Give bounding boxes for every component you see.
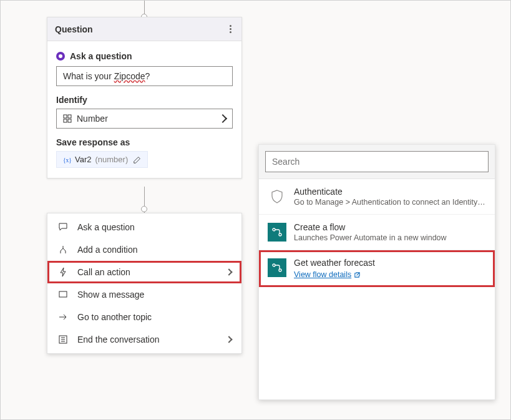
lightning-icon xyxy=(57,267,69,277)
flyout-item-get-weather[interactable]: Get weather forecast View flow details xyxy=(259,250,495,287)
action-flyout: Authenticate Go to Manage > Authenticati… xyxy=(258,144,495,400)
svg-rect-0 xyxy=(64,115,67,118)
identify-select[interactable]: Number xyxy=(56,109,233,129)
more-options-button[interactable] xyxy=(227,22,234,36)
menu-item-label: Go to another topic xyxy=(77,312,231,322)
chevron-right-icon xyxy=(218,114,227,123)
chat-icon xyxy=(57,222,69,232)
flyout-item-create-flow[interactable]: Create a flow Launches Power Automate in… xyxy=(259,215,495,250)
node-header: Question xyxy=(47,17,241,41)
svg-rect-3 xyxy=(68,119,71,122)
search-wrap xyxy=(259,145,495,179)
message-icon xyxy=(57,290,69,300)
ask-question-text: Ask a question xyxy=(70,51,132,61)
node-title: Question xyxy=(55,24,93,34)
svg-rect-5 xyxy=(59,291,67,297)
ask-question-label: Ask a question xyxy=(56,51,233,61)
chevron-right-icon xyxy=(225,336,232,343)
flow-icon xyxy=(268,258,286,277)
flyout-item-authenticate[interactable]: Authenticate Go to Manage > Authenticati… xyxy=(259,179,495,215)
edit-variable-icon[interactable] xyxy=(133,155,142,164)
svg-point-12 xyxy=(273,264,275,266)
add-node-menu: Ask a question Add a condition Call an a… xyxy=(47,213,242,354)
identify-value: Number xyxy=(77,114,108,124)
redirect-icon xyxy=(57,312,69,322)
question-zip-word: Zipcode xyxy=(114,71,145,81)
view-flow-details-link[interactable]: View flow details xyxy=(294,270,361,279)
svg-point-11 xyxy=(279,233,281,236)
chevron-right-icon xyxy=(225,268,232,275)
menu-item-goto-topic[interactable]: Go to another topic xyxy=(47,306,241,328)
menu-item-ask-question[interactable]: Ask a question xyxy=(47,216,241,238)
flyout-item-title: Create a flow xyxy=(294,222,486,232)
menu-item-label: Add a condition xyxy=(77,245,231,255)
question-node: Question Ask a question What is your Zip… xyxy=(47,17,242,178)
menu-item-label: End the conversation xyxy=(77,335,218,344)
question-input[interactable]: What is your Zipcode? xyxy=(56,66,233,86)
svg-rect-2 xyxy=(64,119,67,122)
link-text: View flow details xyxy=(294,270,351,279)
branch-icon xyxy=(57,245,69,255)
menu-item-label: Call an action xyxy=(77,267,218,277)
svg-point-10 xyxy=(273,228,275,231)
question-text-prefix: What is your xyxy=(63,71,114,81)
question-text-suffix: ? xyxy=(145,71,150,81)
flyout-item-subtitle: Go to Manage > Authentication to connect… xyxy=(294,198,486,207)
menu-item-end-conversation[interactable]: End the conversation xyxy=(47,328,241,351)
search-input[interactable] xyxy=(265,151,489,172)
svg-rect-1 xyxy=(68,115,71,118)
identify-label: Identify xyxy=(56,95,233,105)
external-link-icon xyxy=(354,271,361,278)
variable-type: (number) xyxy=(95,155,129,164)
question-bullet-icon xyxy=(56,52,65,61)
flow-icon xyxy=(268,223,286,242)
grid-icon xyxy=(63,114,72,123)
flyout-item-subtitle: Launches Power Automate in a new window xyxy=(294,233,486,242)
save-response-label: Save response as xyxy=(56,137,233,147)
menu-item-call-action[interactable]: Call an action xyxy=(47,261,241,283)
menu-item-label: Ask a question xyxy=(77,222,231,232)
end-icon xyxy=(57,335,69,344)
variable-name: Var2 xyxy=(75,155,92,164)
svg-text:{x}: {x} xyxy=(63,156,71,163)
flyout-item-title: Authenticate xyxy=(294,187,486,197)
menu-item-show-message[interactable]: Show a message xyxy=(47,283,241,306)
variable-icon: {x} xyxy=(62,155,71,164)
menu-item-label: Show a message xyxy=(77,290,231,300)
variable-chip[interactable]: {x} Var2 (number) xyxy=(56,151,148,168)
svg-point-13 xyxy=(279,269,281,271)
flyout-item-title: Get weather forecast xyxy=(294,258,486,268)
menu-item-add-condition[interactable]: Add a condition xyxy=(47,238,241,261)
shield-icon xyxy=(268,187,286,206)
